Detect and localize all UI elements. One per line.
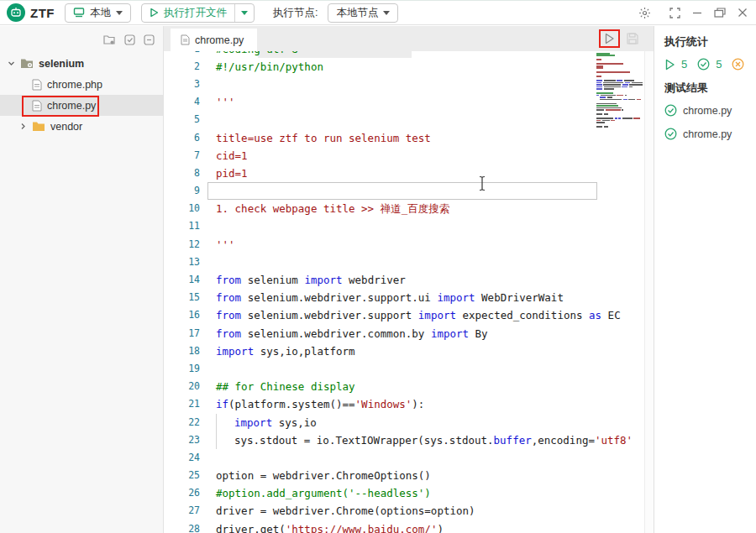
code-text: 1. check webpage title >> 禅道_百度搜索 [216,200,449,217]
result-label: chrome.py [683,105,732,117]
run-open-file-label: 执行打开文件 [164,6,227,20]
code-line[interactable]: 16from selenium.webdriver.support import… [164,306,654,324]
line-number: 18 [164,342,200,360]
line-number: 10 [164,200,200,217]
result-item-chrome-py[interactable]: chrome.py [664,104,756,117]
code-text: driver = webdriver.Chrome(options=option… [216,502,475,520]
workspace-dropdown[interactable]: 本地 [65,3,131,23]
file-tree-sidebar: seleniumchrome.phpchrome.pyvendor [0,26,164,533]
code-line[interactable]: 6title=use ztf to run selenium test [164,129,654,147]
editor-scrollbar[interactable] [644,51,654,533]
code-line[interactable]: 9 [164,182,654,200]
tree-item-chrome-php[interactable]: chrome.php [0,74,163,95]
code-editor[interactable]: 1#coding=utf-82#!/usr/bin/python34'''56t… [164,51,654,533]
workspace-folder-icon [20,58,34,69]
code-line[interactable]: 8pid=1 [164,165,654,182]
code-line[interactable]: 15from selenium.webdriver.support.ui imp… [164,289,654,306]
fullscreen-icon[interactable] [669,8,680,18]
save-icon [627,33,638,44]
code-line[interactable]: 11 [164,217,654,235]
code-line[interactable]: 12''' [164,236,654,253]
settings-gear-icon[interactable] [638,7,651,19]
line-number: 13 [164,253,200,271]
result-item-chrome-py[interactable]: chrome.py [664,128,756,140]
code-text: import sys,io,platform [216,342,355,360]
code-line[interactable]: 5 [164,111,654,128]
code-line[interactable]: 3 [164,76,654,93]
run-open-file-button[interactable]: 执行打开文件 [142,4,234,22]
code-line[interactable]: 18import sys,io,platform [164,342,654,360]
line-number: 22 [164,414,200,431]
line-number: 12 [164,236,200,253]
code-line[interactable]: 28driver.get('https://www.baidu.com/') [164,520,654,533]
tree-item-vendor[interactable]: vendor [0,116,163,137]
line-number: 27 [164,502,200,520]
collapse-all-icon[interactable] [144,34,155,45]
code-line[interactable]: 17from selenium.webdriver.common.by impo… [164,325,654,342]
line-number: 26 [164,484,200,502]
select-all-checkbox-icon[interactable] [124,34,135,45]
app-logo: ZTF [7,3,55,22]
code-line[interactable]: 27driver = webdriver.Chrome(options=opti… [164,502,654,520]
minimap[interactable] [596,53,643,128]
file-icon [181,34,190,45]
close-icon[interactable] [738,8,748,18]
computer-icon [73,8,85,18]
code-line[interactable]: 101. check webpage title >> 禅道_百度搜索 [164,200,654,217]
chevron-down-icon[interactable] [7,60,15,67]
code-text: driver.get('https://www.baidu.com/') [216,520,444,533]
code-line[interactable]: 14from selenium import webdriver [164,271,654,289]
tree-item-label: chrome.py [47,100,96,112]
code-line[interactable]: 22import sys,io [164,414,654,431]
tab-chrome-py[interactable]: chrome.py [171,29,257,51]
code-text: from selenium.webdriver.support.ui impor… [216,289,564,306]
chevron-down-icon [241,11,248,15]
code-line[interactable]: 26#option.add_argument('--headless') [164,484,654,502]
tree-item-chrome-py[interactable]: chrome.py [0,95,163,116]
run-count-icon [664,59,675,71]
line-number: 16 [164,306,200,324]
stats-title: 执行统计 [664,34,756,50]
run-open-file-split-button: 执行打开文件 [141,3,255,23]
code-text: title=use ztf to run selenium test [216,129,431,147]
code-line[interactable]: 24 [164,449,654,467]
run-script-button[interactable] [599,29,620,48]
line-number: 5 [164,111,200,128]
code-line[interactable]: 25option = webdriver.ChromeOptions() [164,467,654,484]
code-line[interactable]: 13 [164,253,654,271]
code-line[interactable]: 7cid=1 [164,147,654,165]
chevron-right-icon[interactable] [18,123,27,130]
code-line[interactable]: 20## for Chinese display [164,378,654,395]
code-line[interactable]: 4''' [164,93,654,111]
code-text: import sys,io [216,414,317,431]
line-number: 3 [164,76,200,93]
line-number: 6 [164,129,200,147]
execution-panel: 执行统计 5 5 测试结果 chrome.pychrome.py [654,26,756,533]
workspace-manage-icon[interactable] [103,34,116,45]
line-number: 20 [164,378,200,395]
minimize-icon[interactable] [692,8,702,18]
ztf-robot-icon [7,3,25,22]
play-icon [150,8,159,18]
results-title: 测试结果 [664,81,756,96]
pass-check-icon [664,128,677,140]
code-line[interactable]: 1#coding=utf-8 [164,51,654,58]
code-text: cid=1 [216,147,248,165]
save-button[interactable] [625,31,640,46]
code-line[interactable]: 23sys.stdout = io.TextIOWrapper(sys.stdo… [164,431,654,449]
restore-window-icon[interactable] [714,8,726,18]
line-number: 23 [164,431,200,449]
code-line[interactable]: 2#!/usr/bin/python [164,58,654,76]
line-number: 4 [164,93,200,111]
run-options-dropdown[interactable] [234,4,254,22]
node-dropdown[interactable]: 本地节点 [328,3,398,23]
code-line[interactable]: 19 [164,360,654,378]
line-number: 24 [164,449,200,467]
tree-item-label: vendor [50,121,82,133]
results-list: chrome.pychrome.py [664,104,756,140]
code-text: option = webdriver.ChromeOptions() [216,467,431,484]
workspace-label: 本地 [90,6,111,20]
tree-item-selenium[interactable]: selenium [0,53,163,74]
code-line[interactable]: 21if(platform.system()=='Windows'): [164,395,654,413]
folder-icon [32,121,45,132]
